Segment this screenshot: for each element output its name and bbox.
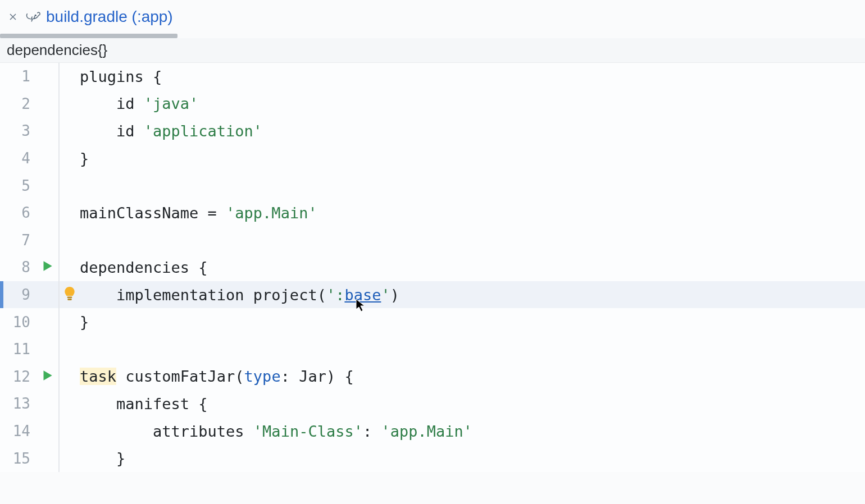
gutter-divider	[58, 227, 60, 254]
code-cell[interactable]: task customFatJar(type: Jar) {	[80, 363, 865, 391]
code-line[interactable]: 3 id 'application'	[0, 117, 865, 145]
code-editor[interactable]: 1plugins {2 id 'java'3 id 'application'4…	[0, 63, 865, 472]
code-text[interactable]: attributes 'Main-Class': 'app.Main'	[80, 423, 472, 440]
active-line-marker	[0, 281, 3, 309]
line-number[interactable]: 11	[0, 341, 36, 358]
code-text[interactable]: }	[80, 313, 89, 331]
code-text[interactable]: }	[80, 450, 125, 467]
line-number[interactable]: 10	[0, 314, 36, 331]
breadcrumb-text: dependencies{}	[7, 42, 107, 59]
gutter-divider	[58, 445, 60, 472]
gutter-run-column[interactable]	[36, 368, 58, 385]
code-cell[interactable]	[80, 172, 865, 199]
gutter-divider	[58, 145, 60, 172]
code-cell[interactable]	[80, 336, 865, 363]
tab-label: build.gradle (:app)	[46, 8, 173, 26]
code-text[interactable]: id 'java'	[80, 95, 198, 112]
code-cell[interactable]: mainClassName = 'app.Main'	[80, 199, 865, 227]
code-line[interactable]: 14 attributes 'Main-Class': 'app.Main'	[0, 418, 865, 445]
code-line[interactable]: 9 implementation project(':base')	[0, 281, 865, 309]
code-line[interactable]: 11	[0, 336, 865, 363]
code-line[interactable]: 1plugins {	[0, 63, 865, 90]
code-cell[interactable]: plugins {	[80, 63, 865, 90]
line-number[interactable]: 2	[0, 95, 36, 112]
intention-bulb-column[interactable]	[60, 286, 80, 303]
intention-bulb-icon[interactable]	[63, 286, 76, 303]
code-line[interactable]: 2 id 'java'	[0, 90, 865, 118]
line-number[interactable]: 3	[0, 122, 36, 139]
code-line[interactable]: 8dependencies {	[0, 254, 865, 281]
svg-rect-2	[67, 299, 72, 300]
code-line[interactable]: 7	[0, 227, 865, 254]
gutter-divider	[58, 363, 60, 391]
code-text[interactable]: plugins {	[80, 68, 162, 85]
code-line[interactable]: 15 }	[0, 445, 865, 472]
code-cell[interactable]: }	[80, 445, 865, 472]
gutter-divider	[58, 172, 60, 199]
editor-tab[interactable]: build.gradle (:app)	[7, 8, 173, 26]
code-cell[interactable]: implementation project(':base')	[80, 281, 865, 309]
breadcrumb[interactable]: dependencies{}	[0, 38, 865, 63]
code-cell[interactable]: id 'java'	[80, 90, 865, 118]
code-line[interactable]: 12task customFatJar(type: Jar) {	[0, 363, 865, 391]
code-text[interactable]: id 'application'	[80, 122, 262, 140]
horizontal-scrollbar-thumb[interactable]	[0, 34, 177, 38]
close-icon[interactable]	[7, 11, 19, 23]
code-text[interactable]: implementation project(':base')	[80, 286, 399, 304]
code-line[interactable]: 5	[0, 172, 865, 199]
gutter-divider	[58, 390, 60, 418]
code-line[interactable]: 4}	[0, 145, 865, 172]
mouse-cursor-icon	[355, 298, 366, 313]
line-number[interactable]: 6	[0, 204, 36, 221]
code-cell[interactable]: manifest {	[80, 390, 865, 418]
code-text[interactable]: mainClassName = 'app.Main'	[80, 204, 317, 222]
horizontal-scrollbar[interactable]	[0, 34, 865, 38]
code-cell[interactable]	[80, 227, 865, 254]
gutter-divider	[58, 90, 60, 118]
gutter-run-column[interactable]	[36, 259, 58, 276]
svg-point-0	[35, 15, 36, 16]
code-line[interactable]: 6mainClassName = 'app.Main'	[0, 199, 865, 227]
gutter-divider	[58, 117, 60, 145]
gradle-elephant-icon	[25, 9, 40, 25]
gutter-divider	[58, 418, 60, 445]
code-line[interactable]: 10}	[0, 308, 865, 336]
gutter-divider	[58, 308, 60, 336]
gutter-divider	[58, 336, 60, 363]
gutter-divider	[58, 254, 60, 281]
line-number[interactable]: 14	[0, 423, 36, 439]
run-gutter-icon[interactable]	[40, 259, 54, 276]
code-cell[interactable]: attributes 'Main-Class': 'app.Main'	[80, 418, 865, 445]
line-number[interactable]: 13	[0, 395, 36, 412]
tab-bar: build.gradle (:app)	[0, 0, 865, 34]
code-text[interactable]: dependencies {	[80, 259, 208, 276]
code-cell[interactable]: }	[80, 145, 865, 172]
svg-rect-1	[67, 296, 72, 298]
gutter-divider	[58, 63, 60, 90]
line-number[interactable]: 1	[0, 68, 36, 85]
line-number[interactable]: 12	[0, 368, 36, 385]
code-cell[interactable]: id 'application'	[80, 117, 865, 145]
code-text[interactable]: manifest {	[80, 395, 208, 413]
run-gutter-icon[interactable]	[40, 368, 54, 385]
line-number[interactable]: 4	[0, 150, 36, 167]
line-number[interactable]: 8	[0, 259, 36, 276]
line-number[interactable]: 15	[0, 450, 36, 467]
line-number[interactable]: 7	[0, 232, 36, 249]
gutter-divider	[58, 199, 60, 227]
code-line[interactable]: 13 manifest {	[0, 390, 865, 418]
code-text[interactable]: }	[80, 150, 89, 167]
code-cell[interactable]: }	[80, 308, 865, 336]
code-text[interactable]: task customFatJar(type: Jar) {	[80, 368, 354, 385]
line-number[interactable]: 5	[0, 177, 36, 194]
line-number[interactable]: 9	[0, 286, 36, 303]
code-cell[interactable]: dependencies {	[80, 254, 865, 281]
